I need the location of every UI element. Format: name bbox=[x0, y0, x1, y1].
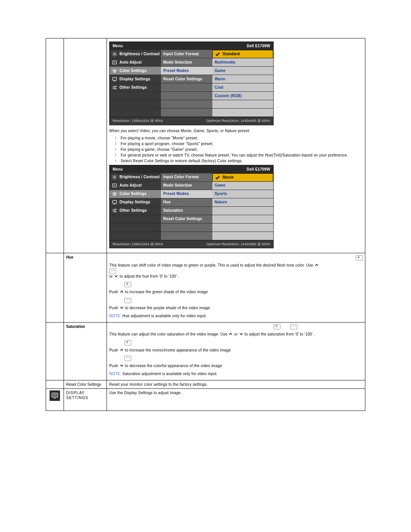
hue-text-or: or bbox=[109, 274, 114, 278]
osd-option-label: Custom (RGB) bbox=[215, 92, 242, 100]
reset-color-label: Reset Color Settings bbox=[64, 380, 107, 388]
osd-category-label: Brightness / Contrast bbox=[119, 50, 160, 58]
osd-footer-left: Resolution: 1280x1024 @ 60Hz bbox=[113, 119, 163, 123]
hue-text-2: to adjust the hue from '0' to '100' . bbox=[119, 274, 179, 278]
osd-option-label: Game bbox=[215, 181, 226, 190]
reset-color-desc: Reset your monitor color settings to the… bbox=[107, 380, 365, 388]
osd-option-item[interactable]: Cool bbox=[212, 83, 273, 92]
bullet-item: For playing a movie, choose "Movie" pres… bbox=[121, 136, 363, 141]
osd-submenu-item[interactable]: Saturation bbox=[161, 207, 212, 215]
osd-category-item[interactable]: Display Settings bbox=[110, 75, 161, 83]
saturation-label: Saturation bbox=[64, 322, 107, 380]
osd-empty-cell bbox=[110, 224, 161, 232]
osd-category-item[interactable]: Brightness / Contrast bbox=[110, 173, 161, 182]
osd-option-item[interactable]: Sports bbox=[212, 190, 273, 198]
osd-menu: MenuDell E1709WBrightness / ContrastAuto… bbox=[109, 42, 274, 125]
down-arrow-icon bbox=[239, 332, 244, 337]
video-bullets: For playing a movie, choose "Movie" pres… bbox=[121, 136, 363, 163]
other-icon bbox=[112, 208, 117, 213]
osd-empty-cell bbox=[110, 232, 161, 240]
osd-submenu-item[interactable]: Input Color Format bbox=[161, 50, 212, 58]
osd-category-label: Other Settings bbox=[119, 83, 147, 92]
sat-push-up-post: to increase the monochrome appearance of… bbox=[125, 348, 231, 352]
menu-button-icon bbox=[109, 268, 116, 274]
osd-empty-cell bbox=[161, 224, 212, 232]
hue-push-up-post: to increase the green shade of the video… bbox=[125, 290, 208, 294]
osd-category-label: Display Settings bbox=[119, 198, 150, 206]
osd-option-label: Nature bbox=[215, 198, 227, 206]
osd-option-item[interactable]: Custom (RGB) bbox=[212, 92, 273, 100]
osd-option-item[interactable]: Game bbox=[212, 67, 273, 75]
osd-category-label: Auto Adjust bbox=[119, 58, 142, 67]
osd-empty-cell bbox=[161, 232, 212, 240]
osd-option-item[interactable]: Warm bbox=[212, 75, 273, 83]
osd-empty-cell bbox=[212, 207, 273, 215]
osd-option-label: Multimedia bbox=[215, 58, 235, 67]
osd-option-item[interactable]: Multimedia bbox=[212, 58, 273, 67]
menu-button-icon bbox=[124, 298, 131, 303]
osd-category-item[interactable]: Brightness / Contrast bbox=[110, 50, 161, 58]
osd-option-label: Sports bbox=[215, 190, 227, 198]
brightness-button-icon bbox=[356, 255, 363, 260]
osd-category-item[interactable]: Display Settings bbox=[110, 198, 161, 207]
hue-text-1: This feature can shift color of video im… bbox=[109, 263, 314, 267]
osd-footer-right: Optimum Resolution: 1440x900 @ 60Hz bbox=[206, 242, 270, 247]
osd-empty-cell bbox=[212, 100, 273, 109]
up-arrow-icon bbox=[314, 263, 319, 268]
osd-title-left: Menu bbox=[113, 43, 123, 48]
osd-category-label: Other Settings bbox=[119, 206, 147, 215]
down-arrow-icon bbox=[114, 274, 118, 280]
down-arrow-icon bbox=[119, 305, 124, 311]
osd-menu: MenuDell E1709WBrightness / ContrastAuto… bbox=[109, 165, 274, 249]
osd-category-item[interactable]: Auto Adjust bbox=[110, 58, 161, 67]
osd-category-label: Display Settings bbox=[119, 75, 150, 83]
osd-option-label: Warm bbox=[215, 75, 225, 83]
osd-category-item[interactable]: Other Settings bbox=[110, 83, 161, 92]
osd-submenu-item[interactable]: Mode Selection bbox=[161, 58, 212, 67]
row-icon-empty bbox=[46, 322, 64, 380]
osd-option-label: Standard bbox=[223, 50, 240, 58]
osd-option-label: Movie bbox=[223, 173, 234, 182]
osd-submenu-item[interactable]: Mode Selection bbox=[161, 182, 212, 190]
osd-submenu-item[interactable]: Preset Modes bbox=[161, 190, 212, 198]
osd-option-item[interactable]: Movie bbox=[212, 173, 273, 182]
check-icon bbox=[215, 51, 220, 57]
preset-modes-desc: MenuDell E1709WBrightness / ContrastAuto… bbox=[107, 38, 365, 253]
osd-category-item[interactable]: Color Settings bbox=[110, 67, 161, 75]
sat-text-1: This feature can adjust the color satura… bbox=[109, 332, 228, 336]
osd-category-item[interactable]: Auto Adjust bbox=[110, 182, 161, 190]
bullet-item: Select Reset Color Settings to restore d… bbox=[121, 158, 363, 163]
note-label: NOTE: bbox=[109, 314, 121, 318]
osd-empty-cell bbox=[161, 83, 212, 92]
osd-empty-cell bbox=[110, 100, 161, 109]
display-icon bbox=[112, 200, 117, 205]
menu-button-icon bbox=[290, 324, 297, 329]
up-arrow-icon bbox=[119, 348, 124, 353]
sat-text-or: or bbox=[234, 332, 239, 336]
osd-empty-cell bbox=[110, 109, 161, 117]
osd-option-item[interactable]: Nature bbox=[212, 198, 273, 207]
sat-push-up-pre: Push bbox=[109, 348, 119, 352]
down-arrow-icon bbox=[119, 363, 124, 369]
osd-option-label: Game bbox=[215, 67, 226, 75]
osd-option-label: Cool bbox=[215, 83, 223, 92]
auto-icon bbox=[112, 60, 117, 65]
osd-category-item[interactable]: Other Settings bbox=[110, 207, 161, 215]
osd-empty-cell bbox=[110, 92, 161, 100]
osd-option-item[interactable]: Standard bbox=[212, 50, 273, 58]
osd-option-item[interactable]: Game bbox=[212, 182, 273, 190]
osd-category-item[interactable]: Color Settings bbox=[110, 190, 161, 198]
osd-submenu-item[interactable]: Preset Modes bbox=[161, 67, 212, 75]
osd-empty-cell bbox=[161, 92, 212, 100]
osd-submenu-item[interactable]: Reset Color Settings bbox=[161, 215, 212, 224]
brightness-icon bbox=[112, 51, 117, 57]
osd-submenu-item[interactable]: Reset Color Settings bbox=[161, 75, 212, 83]
row-icon-empty bbox=[46, 38, 64, 253]
brightness-button-icon bbox=[274, 324, 280, 329]
display-icon bbox=[112, 77, 117, 82]
up-arrow-icon bbox=[119, 289, 124, 295]
osd-footer-right: Optimum Resolution: 1440x900 @ 60Hz bbox=[206, 119, 270, 123]
osd-submenu-item[interactable]: Input Color Format bbox=[161, 173, 212, 182]
osd-empty-cell bbox=[161, 100, 212, 109]
osd-submenu-item[interactable]: Hue bbox=[161, 198, 212, 207]
